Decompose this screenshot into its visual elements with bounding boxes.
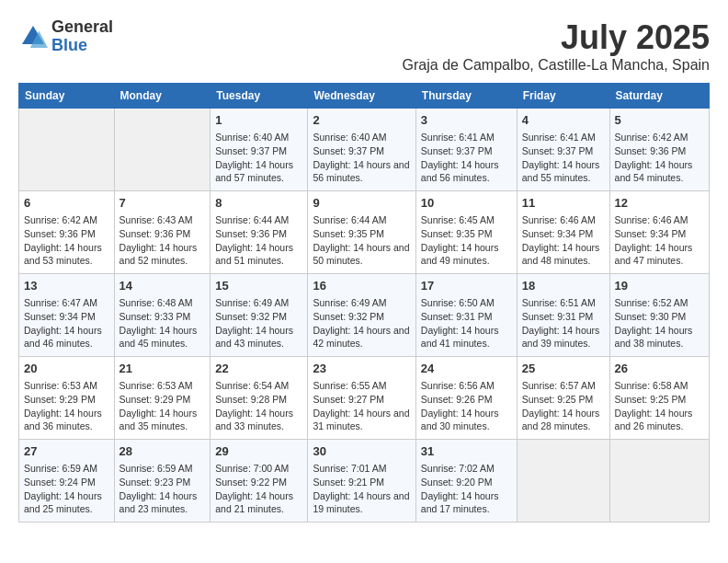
calendar-week-row: 6Sunrise: 6:42 AMSunset: 9:36 PMDaylight… (19, 191, 710, 274)
calendar-cell: 23Sunrise: 6:55 AMSunset: 9:27 PMDayligh… (308, 357, 415, 440)
daylight-text: Daylight: 14 hours and 56 minutes. (313, 159, 409, 184)
calendar-cell (19, 109, 115, 191)
sunrise-text: Sunrise: 6:57 AM (522, 380, 596, 391)
sunrise-text: Sunrise: 6:54 AM (215, 380, 289, 391)
day-number: 17 (421, 278, 512, 294)
sunrise-text: Sunrise: 6:41 AM (522, 132, 596, 143)
sunrise-text: Sunrise: 6:43 AM (119, 214, 193, 225)
sunset-text: Sunset: 9:31 PM (421, 311, 493, 322)
sunrise-text: Sunrise: 6:56 AM (421, 380, 495, 391)
sunset-text: Sunset: 9:22 PM (215, 477, 287, 488)
calendar-cell: 8Sunrise: 6:44 AMSunset: 9:36 PMDaylight… (210, 191, 308, 274)
daylight-text: Daylight: 14 hours and 36 minutes. (24, 408, 102, 432)
daylight-text: Daylight: 14 hours and 51 minutes. (215, 242, 293, 267)
calendar-week-row: 27Sunrise: 6:59 AMSunset: 9:24 PMDayligh… (19, 440, 710, 523)
sunrise-text: Sunrise: 6:40 AM (215, 132, 289, 143)
daylight-text: Daylight: 14 hours and 30 minutes. (421, 408, 499, 432)
calendar-cell: 6Sunrise: 6:42 AMSunset: 9:36 PMDaylight… (19, 191, 115, 274)
sunset-text: Sunset: 9:27 PM (313, 394, 384, 405)
calendar-cell: 30Sunrise: 7:01 AMSunset: 9:21 PMDayligh… (308, 440, 415, 523)
day-number: 14 (119, 278, 206, 294)
sunrise-text: Sunrise: 6:58 AM (615, 380, 688, 391)
sunset-text: Sunset: 9:23 PM (119, 477, 191, 488)
sunset-text: Sunset: 9:35 PM (421, 228, 493, 239)
day-number: 23 (313, 361, 410, 377)
sunset-text: Sunset: 9:31 PM (522, 311, 594, 322)
sunset-text: Sunset: 9:30 PM (615, 311, 687, 322)
sunrise-text: Sunrise: 6:42 AM (615, 132, 688, 143)
day-number: 6 (24, 195, 109, 212)
sunset-text: Sunset: 9:34 PM (615, 228, 687, 239)
sunrise-text: Sunrise: 6:40 AM (313, 132, 386, 143)
day-number: 19 (615, 278, 704, 294)
daylight-text: Daylight: 14 hours and 25 minutes. (24, 490, 102, 515)
logo-general-text: General (51, 18, 113, 37)
calendar-cell: 7Sunrise: 6:43 AMSunset: 9:36 PMDaylight… (114, 191, 210, 274)
calendar-cell (114, 109, 210, 191)
sunrise-text: Sunrise: 6:47 AM (24, 297, 97, 308)
sunrise-text: Sunrise: 7:01 AM (313, 463, 386, 474)
daylight-text: Daylight: 14 hours and 54 minutes. (615, 159, 693, 184)
sunrise-text: Sunrise: 6:44 AM (215, 214, 289, 225)
sunset-text: Sunset: 9:29 PM (119, 394, 191, 405)
sunrise-text: Sunrise: 7:02 AM (421, 463, 495, 474)
daylight-text: Daylight: 14 hours and 26 minutes. (615, 408, 693, 432)
calendar-cell: 29Sunrise: 7:00 AMSunset: 9:22 PMDayligh… (210, 440, 308, 523)
day-number: 26 (615, 361, 704, 377)
sunrise-text: Sunrise: 6:59 AM (24, 463, 97, 474)
calendar-cell: 1Sunrise: 6:40 AMSunset: 9:37 PMDaylight… (210, 109, 308, 191)
calendar-cell: 12Sunrise: 6:46 AMSunset: 9:34 PMDayligh… (609, 191, 709, 274)
calendar-cell: 4Sunrise: 6:41 AMSunset: 9:37 PMDaylight… (517, 109, 609, 191)
header-wednesday: Wednesday (308, 84, 415, 109)
day-number: 25 (522, 361, 605, 377)
sunset-text: Sunset: 9:35 PM (313, 228, 384, 239)
calendar-week-row: 1Sunrise: 6:40 AMSunset: 9:37 PMDaylight… (19, 109, 710, 191)
header-tuesday: Tuesday (210, 84, 308, 109)
daylight-text: Daylight: 14 hours and 50 minutes. (313, 242, 409, 267)
page-header: General Blue July 2025 Graja de Campalbo… (18, 18, 710, 74)
header-thursday: Thursday (415, 84, 517, 109)
daylight-text: Daylight: 14 hours and 53 minutes. (24, 242, 102, 267)
day-number: 28 (119, 443, 206, 460)
sunrise-text: Sunrise: 6:55 AM (313, 380, 386, 391)
day-number: 11 (522, 195, 605, 212)
sunset-text: Sunset: 9:37 PM (313, 145, 384, 156)
sunset-text: Sunset: 9:34 PM (24, 311, 96, 322)
calendar-cell: 17Sunrise: 6:50 AMSunset: 9:31 PMDayligh… (415, 274, 517, 357)
calendar-cell: 16Sunrise: 6:49 AMSunset: 9:32 PMDayligh… (308, 274, 415, 357)
day-number: 16 (313, 278, 410, 294)
sunset-text: Sunset: 9:25 PM (615, 394, 687, 405)
day-number: 21 (119, 361, 206, 377)
daylight-text: Daylight: 14 hours and 52 minutes. (119, 242, 198, 267)
day-number: 2 (313, 112, 410, 129)
day-number: 18 (522, 278, 605, 294)
main-title: July 2025 (403, 18, 710, 57)
calendar-cell: 20Sunrise: 6:53 AMSunset: 9:29 PMDayligh… (19, 357, 115, 440)
daylight-text: Daylight: 14 hours and 42 minutes. (313, 325, 409, 350)
day-number: 31 (421, 443, 512, 460)
calendar-cell: 19Sunrise: 6:52 AMSunset: 9:30 PMDayligh… (609, 274, 709, 357)
calendar-cell: 31Sunrise: 7:02 AMSunset: 9:20 PMDayligh… (415, 440, 517, 523)
day-number: 15 (215, 278, 302, 294)
calendar-cell: 24Sunrise: 6:56 AMSunset: 9:26 PMDayligh… (415, 357, 517, 440)
day-number: 10 (421, 195, 512, 212)
calendar-cell: 18Sunrise: 6:51 AMSunset: 9:31 PMDayligh… (517, 274, 609, 357)
day-number: 22 (215, 361, 302, 377)
logo-icon (18, 22, 48, 52)
day-number: 20 (24, 361, 109, 377)
day-number: 4 (522, 112, 605, 129)
daylight-text: Daylight: 14 hours and 48 minutes. (522, 242, 600, 267)
sunrise-text: Sunrise: 7:00 AM (215, 463, 289, 474)
day-number: 7 (119, 195, 206, 212)
header-sunday: Sunday (19, 84, 115, 109)
sunset-text: Sunset: 9:24 PM (24, 477, 96, 488)
sunset-text: Sunset: 9:36 PM (119, 228, 191, 239)
daylight-text: Daylight: 14 hours and 45 minutes. (119, 325, 198, 350)
sunrise-text: Sunrise: 6:52 AM (615, 297, 688, 308)
daylight-text: Daylight: 14 hours and 21 minutes. (215, 490, 293, 515)
day-number: 5 (615, 112, 704, 129)
sunset-text: Sunset: 9:29 PM (24, 394, 96, 405)
calendar-cell: 28Sunrise: 6:59 AMSunset: 9:23 PMDayligh… (114, 440, 210, 523)
sunrise-text: Sunrise: 6:51 AM (522, 297, 596, 308)
subtitle: Graja de Campalbo, Castille-La Mancha, S… (403, 57, 710, 74)
